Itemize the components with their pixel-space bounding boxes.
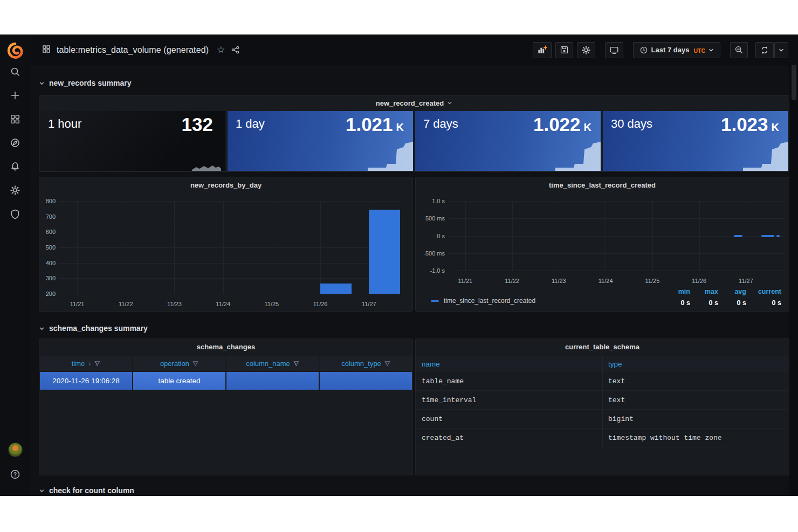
navbar-actions: Last 7 days UTC: [533, 42, 788, 58]
table-body: table_nametexttime_intervaltextcountbigi…: [416, 372, 789, 447]
table-cell: 2020-11-26 19:06:28: [40, 372, 132, 390]
table-cell: created_at: [416, 429, 602, 447]
stat-value: 1.022: [533, 114, 581, 135]
create-plus-icon[interactable]: [4, 86, 26, 105]
panel-title-new-record-created[interactable]: new_record_created: [39, 95, 789, 110]
bar-11/26[interactable]: [320, 284, 352, 294]
table-header-row: time↓operationcolumn_namecolumn_type: [39, 356, 412, 371]
refresh-button[interactable]: [755, 42, 774, 58]
gridline: [59, 217, 398, 217]
panel-title-time-since-last-record[interactable]: time_since_last_record_created: [416, 177, 789, 192]
add-panel-button[interactable]: [533, 42, 552, 58]
y-axis-tick-label: 200: [37, 291, 56, 297]
legend-series[interactable]: time_since_last_record_created: [431, 297, 535, 305]
filter-icon[interactable]: [384, 361, 390, 367]
timezone-label: UTC: [693, 47, 705, 54]
row-header-check-for-count-column[interactable]: check for count column: [39, 485, 789, 496]
legend-stat: avg0 s: [730, 288, 746, 307]
panel-title-text: new_record_created: [376, 99, 444, 107]
table-cell: table_name: [416, 372, 602, 391]
table-row: countbigint: [416, 410, 788, 429]
stat-label: 1 hour: [48, 117, 81, 131]
filter-icon[interactable]: [94, 361, 100, 367]
column-header-label: column_type: [341, 360, 381, 368]
y-axis-tick-label: 500 ms: [421, 215, 445, 222]
save-dashboard-button[interactable]: [555, 42, 573, 58]
gridline: [449, 218, 785, 219]
chart-legend: time_since_last_record_created min0 smax…: [424, 285, 782, 309]
dashboard-grid-icon: [42, 45, 51, 56]
legend-stat-label[interactable]: min: [674, 288, 690, 295]
dashboard-settings-button[interactable]: [577, 42, 595, 58]
x-axis-tick-label: 11/25: [645, 278, 660, 284]
legend-stat-value: 0 s: [702, 299, 718, 307]
legend-stat-label[interactable]: current: [758, 288, 781, 295]
column-header-label: column_name: [246, 360, 290, 368]
x-axis-tick-label: 11/21: [458, 278, 472, 284]
legend-series-color: [431, 300, 439, 302]
column-header-column_type[interactable]: column_type: [320, 356, 412, 371]
server-admin-shield-icon[interactable]: [4, 204, 26, 224]
panel-title-schema-changes[interactable]: schema_changes: [39, 339, 412, 354]
gridline: [59, 263, 398, 264]
legend-stat-label[interactable]: max: [702, 288, 718, 295]
gridline: [746, 201, 746, 271]
column-header-name[interactable]: name: [416, 356, 602, 372]
explore-compass-icon[interactable]: [4, 133, 26, 153]
stat-value: 132: [182, 114, 213, 135]
y-axis-tick-label: -1.0 s: [421, 267, 445, 274]
tv-mode-button[interactable]: [605, 42, 623, 58]
configuration-gear-icon[interactable]: [4, 181, 26, 200]
navbar-left: table:metrics_data_volume (generated) ☆: [42, 45, 240, 56]
star-icon[interactable]: ☆: [217, 45, 225, 54]
series-data-segment[interactable]: [776, 235, 780, 237]
table-cell: [226, 372, 319, 390]
stat-label: 7 days: [423, 117, 458, 131]
gridline: [449, 271, 785, 271]
bar-11/27[interactable]: [369, 210, 400, 294]
filter-icon[interactable]: [192, 361, 198, 367]
gridline: [126, 201, 126, 294]
table-row: time_intervaltext: [416, 391, 788, 410]
row-header-new-records-summary[interactable]: new_records summary: [39, 77, 789, 89]
zoom-out-button[interactable]: [730, 42, 748, 58]
x-axis-tick-label: 11/27: [362, 301, 376, 307]
refresh-interval-dropdown[interactable]: [774, 42, 788, 58]
x-axis-tick-label: 11/27: [739, 278, 753, 284]
legend-stat-label[interactable]: avg: [730, 288, 746, 295]
vertical-scrollbar[interactable]: [789, 34, 798, 496]
search-icon[interactable]: [4, 62, 26, 81]
column-header-operation[interactable]: operation: [133, 356, 225, 371]
y-axis-tick-label: 600: [37, 229, 56, 235]
legend-stat: max0 s: [702, 288, 718, 307]
gridline: [465, 201, 466, 271]
alerting-bell-icon[interactable]: [4, 157, 26, 176]
gridline: [699, 201, 700, 271]
column-header-column_name[interactable]: column_name: [226, 356, 319, 371]
panel-title-new-records-by-day[interactable]: new_records_by_day: [39, 177, 412, 192]
column-header-time[interactable]: time↓: [40, 356, 132, 371]
dashboard-title: table:metrics_data_volume (generated): [57, 45, 209, 55]
column-header-type[interactable]: type: [602, 356, 788, 372]
tables-row: schema_changes time↓operationcolumn_name…: [39, 338, 789, 475]
x-axis-tick-label: 11/23: [167, 301, 182, 307]
help-icon[interactable]: ?: [4, 465, 26, 484]
row-header-schema-changes-summary[interactable]: schema_changes summary: [39, 322, 789, 334]
gridline: [449, 201, 785, 202]
x-axis-tick-label: 11/24: [216, 301, 230, 307]
user-avatar[interactable]: [8, 443, 23, 457]
series-data-segment[interactable]: [761, 235, 774, 237]
panel-title-current-table-schema[interactable]: current_table_schema: [416, 339, 789, 354]
stat-tile-7-days: 7 days 1.022K: [415, 111, 601, 171]
series-data-segment[interactable]: [734, 235, 742, 237]
dashboards-icon[interactable]: [4, 109, 26, 129]
table-cell: bigint: [602, 410, 788, 429]
sparkline: [192, 164, 221, 171]
legend-stat-value: 0 s: [730, 299, 746, 307]
filter-icon[interactable]: [293, 361, 299, 367]
legend-stat-value: 0 s: [674, 299, 690, 307]
grafana-logo-icon[interactable]: [6, 42, 24, 60]
gridline: [652, 201, 653, 271]
time-range-picker[interactable]: Last 7 days UTC: [633, 42, 720, 58]
share-icon[interactable]: [231, 45, 240, 54]
